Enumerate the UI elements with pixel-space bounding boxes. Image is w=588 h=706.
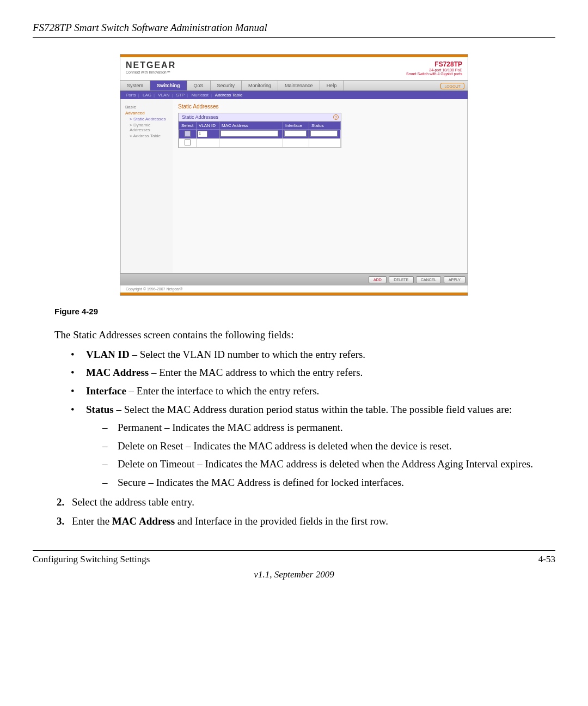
- list-item: Delete on Reset – Indicates the MAC addr…: [102, 439, 534, 453]
- manual-title: FS728TP Smart Switch Software Administra…: [33, 22, 555, 38]
- desc-mac-address: – Enter the MAC address to which the ent…: [149, 367, 363, 378]
- field-list: VLAN ID – Select the VLAN ID number to w…: [71, 348, 534, 490]
- main-panel: Static Addresses Static Addresses ? Sele…: [173, 99, 467, 273]
- list-item: Delete on Timeout – Indicates the MAC ad…: [102, 457, 534, 471]
- product-description-1: 24-port 10/100 PoE: [406, 68, 462, 72]
- vlan-id-select[interactable]: 1: [198, 131, 207, 137]
- copyright-text: Copyright © 1996-2007 Netgear®: [120, 285, 468, 293]
- sidebar-cat-basic[interactable]: Basic: [125, 105, 170, 109]
- tab-help[interactable]: Help: [320, 81, 344, 90]
- sidebar-item-dynamic-addresses[interactable]: > Dynamic Addresses: [130, 123, 170, 132]
- brand-logo: NETGEAR: [126, 60, 176, 70]
- list-item: VLAN ID – Select the VLAN ID number to w…: [71, 348, 534, 362]
- footer-version: v1.1, September 2009: [33, 569, 555, 580]
- logout-button[interactable]: LOGOUT: [440, 83, 464, 89]
- col-select: Select: [179, 122, 197, 130]
- static-addresses-panel: Static Addresses ? Select VLAN ID MAC Ad…: [178, 113, 341, 148]
- sub-nav: Ports| LAG| VLAN| STP| Multicast| Addres…: [120, 91, 468, 99]
- step-3-post: and Interface in the provided fields in …: [175, 515, 388, 527]
- intro-paragraph: The Static Addresses screen contains the…: [54, 328, 534, 342]
- list-item: MAC Address – Enter the MAC address to w…: [71, 366, 534, 380]
- select-all-checkbox[interactable]: [185, 131, 191, 137]
- step-list: Select the address table entry. Enter th…: [57, 495, 534, 528]
- figure-screenshot: NETGEAR Connect with Innovation™ FS728TP…: [120, 54, 468, 296]
- sidebar-cat-advanced[interactable]: Advanced: [125, 111, 170, 115]
- subnav-ports[interactable]: Ports: [126, 93, 136, 98]
- subnav-multicast[interactable]: Multicast: [191, 93, 209, 98]
- apply-button[interactable]: APPLY: [444, 276, 465, 283]
- footer-page-number: 4-53: [538, 554, 555, 565]
- product-model: FS728TP: [406, 60, 462, 68]
- subnav-lag[interactable]: LAG: [143, 93, 151, 98]
- table-input-row: 1: [179, 130, 341, 139]
- main-nav-tabs: System Switching QoS Security Monitoring…: [120, 80, 468, 91]
- delete-button[interactable]: DELETE: [389, 276, 413, 283]
- row-checkbox[interactable]: [185, 139, 191, 145]
- tab-monitoring[interactable]: Monitoring: [242, 81, 278, 90]
- screenshot-header: NETGEAR Connect with Innovation™ FS728TP…: [120, 57, 468, 80]
- info-icon[interactable]: ?: [333, 114, 339, 120]
- table-row: [179, 139, 341, 148]
- subnav-address-table[interactable]: Address Table: [215, 93, 243, 98]
- screenshot-body: Basic Advanced > Static Addresses > Dyna…: [120, 99, 468, 273]
- desc-status: – Select the MAC Address duration period…: [114, 404, 512, 415]
- tab-maintenance[interactable]: Maintenance: [278, 81, 320, 90]
- step-3-pre: Enter the: [72, 515, 112, 527]
- step-2: Select the address table entry.: [57, 495, 534, 509]
- list-item: Status – Select the MAC Address duration…: [71, 403, 534, 490]
- term-vlan-id: VLAN ID: [86, 349, 130, 360]
- term-status: Status: [86, 404, 114, 415]
- desc-vlan-id: – Select the VLAN ID number to which the…: [130, 349, 365, 360]
- footer-section-title: Configuring Switching Settings: [33, 554, 150, 565]
- interface-input[interactable]: [284, 130, 307, 137]
- tab-system[interactable]: System: [120, 81, 150, 90]
- sidebar-item-address-table[interactable]: > Address Table: [130, 133, 170, 138]
- mac-address-input[interactable]: [220, 130, 278, 137]
- add-button[interactable]: ADD: [369, 276, 387, 283]
- step-3-bold: MAC Address: [112, 515, 175, 527]
- status-values-list: Permanent – Indicates the MAC address is…: [102, 421, 534, 490]
- col-vlan-id: VLAN ID: [197, 122, 219, 130]
- term-mac-address: MAC Address: [86, 367, 149, 378]
- panel-subtitle-label: Static Addresses: [182, 114, 218, 120]
- sidebar-item-static-addresses[interactable]: > Static Addresses: [130, 117, 170, 121]
- term-interface: Interface: [86, 385, 126, 397]
- cancel-button[interactable]: CANCEL: [416, 276, 441, 283]
- list-item: Secure – Indicates the MAC Address is de…: [102, 476, 534, 490]
- col-mac-address: MAC Address: [219, 122, 283, 130]
- bottom-orange-strip: [120, 293, 468, 295]
- subnav-stp[interactable]: STP: [176, 93, 185, 98]
- page-footer: Configuring Switching Settings 4-53: [33, 550, 555, 565]
- panel-title: Static Addresses: [178, 104, 462, 109]
- step-3: Enter the MAC Address and Interface in t…: [57, 514, 534, 528]
- tab-switching[interactable]: Switching: [150, 81, 187, 90]
- tab-security[interactable]: Security: [211, 81, 242, 90]
- subnav-vlan[interactable]: VLAN: [158, 93, 169, 98]
- sidebar: Basic Advanced > Static Addresses > Dyna…: [121, 99, 173, 273]
- status-select[interactable]: [310, 130, 338, 137]
- list-item: Interface – Enter the interface to which…: [71, 384, 534, 398]
- col-status: Status: [309, 122, 341, 130]
- static-addresses-table: Select VLAN ID MAC Address Interface Sta…: [179, 121, 341, 148]
- product-description-2: Smart Switch with 4 Gigabit ports: [406, 72, 462, 76]
- figure-caption: Figure 4-29: [54, 307, 555, 316]
- brand-tagline: Connect with Innovation™: [126, 70, 176, 74]
- col-interface: Interface: [283, 122, 309, 130]
- desc-interface: – Enter the interface to which the entry…: [126, 385, 320, 397]
- list-item: Permanent – Indicates the MAC address is…: [102, 421, 534, 435]
- screenshot-footer-bar: ADD DELETE CANCEL APPLY: [120, 273, 468, 285]
- panel-subtitle: Static Addresses ?: [179, 113, 341, 121]
- tab-qos[interactable]: QoS: [187, 81, 211, 90]
